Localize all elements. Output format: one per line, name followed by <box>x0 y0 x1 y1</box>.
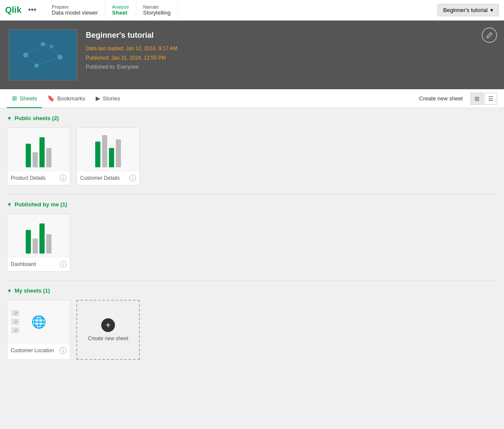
dashboard-name: Dashboard <box>11 261 36 267</box>
published-by-me-grid: Dashboard i <box>7 214 497 272</box>
bookmarks-icon: 🔖 <box>47 95 54 102</box>
published-date: Published: Jan 31, 2024, 12:55 PM <box>86 54 177 63</box>
public-sheets-header[interactable]: ▼ Public sheets (2) <box>7 115 497 121</box>
analyze-label: Analyze <box>112 4 129 9</box>
sheets-tab-label: Sheets <box>20 95 37 102</box>
bar3 <box>109 148 114 167</box>
customer-details-info-icon[interactable]: i <box>129 175 136 181</box>
bar1 <box>26 144 31 167</box>
grid-view-button[interactable]: ⊞ <box>471 93 483 105</box>
sheet-card-customer-details[interactable]: Customer Details i <box>76 127 140 185</box>
bookmarks-tab-label: Bookmarks <box>57 95 85 102</box>
customer-location-name: Customer Location <box>11 347 54 353</box>
dashboard-info-icon[interactable]: i <box>60 261 66 268</box>
bar2 <box>102 135 107 167</box>
drag-arrow-2: ↗ <box>12 319 19 325</box>
svg-line-8 <box>36 57 60 66</box>
nav-dots[interactable]: ••• <box>28 6 36 15</box>
drag-handles: ↗ ↗ ↗ <box>12 310 19 333</box>
bar4 <box>46 148 51 167</box>
public-sheets-chevron: ▼ <box>7 115 12 121</box>
app-meta: Data last loaded: Jan 12, 2016, 9:17 AM … <box>86 44 177 72</box>
prepare-label: Prepare <box>52 4 98 9</box>
chevron-down-icon: ▾ <box>490 7 493 13</box>
published-by-me-chevron: ▼ <box>7 202 12 208</box>
published-to: Published to: Everyone <box>86 63 177 72</box>
sheets-icon: ⊞ <box>12 95 17 102</box>
sheets-content: ▼ Public sheets (2) Product Details i <box>0 108 504 375</box>
svg-line-7 <box>26 55 36 66</box>
qlik-logo[interactable]: Qlik <box>5 5 21 15</box>
bar4 <box>46 234 51 254</box>
customer-details-label-row: Customer Details i <box>77 171 139 185</box>
product-details-info-icon[interactable]: i <box>60 175 66 181</box>
nav-analyze[interactable]: Analyze Sheet <box>105 0 136 21</box>
drag-arrow-1: ↗ <box>12 310 19 316</box>
customer-location-label-row: Customer Location i <box>7 343 70 357</box>
edit-button[interactable] <box>482 27 497 43</box>
content-area: ⊞ Sheets 🔖 Bookmarks ▶ Stories Create ne… <box>0 89 504 375</box>
divider-1 <box>7 194 497 194</box>
prepare-sub: Data model viewer <box>52 9 98 16</box>
bar3 <box>39 137 45 167</box>
plus-circle-icon: + <box>101 318 115 332</box>
divider-2 <box>7 280 497 281</box>
public-sheets-title: Public sheets (2) <box>15 115 59 121</box>
published-by-me-title: Published by me (1) <box>15 201 67 208</box>
create-sheet-top-button[interactable]: Create new sheet <box>415 93 467 104</box>
stories-icon: ▶ <box>96 95 100 102</box>
sheet-card-dashboard[interactable]: Dashboard i <box>7 214 70 272</box>
bar1 <box>95 142 100 167</box>
customer-details-thumbnail <box>77 128 139 171</box>
list-view-button[interactable]: ☰ <box>484 93 497 105</box>
product-details-thumbnail <box>7 128 70 171</box>
analyze-sub: Sheet <box>112 9 129 16</box>
nav-narrate[interactable]: Narrate Storytelling <box>136 0 178 21</box>
customer-location-thumbnail: ↗ ↗ ↗ 🌐 <box>7 300 70 343</box>
customer-location-info-icon[interactable]: i <box>60 347 66 354</box>
create-new-sheet-label: Create new sheet <box>88 335 128 341</box>
bar2 <box>33 239 38 254</box>
dashboard-label-row: Dashboard i <box>7 257 70 271</box>
top-nav: Qlik ••• Prepare Data model viewer Analy… <box>0 0 504 21</box>
tutorial-button[interactable]: Beginner's tutorial ▾ <box>438 4 499 16</box>
narrate-label: Narrate <box>143 4 171 9</box>
dashboard-thumbnail <box>7 214 70 257</box>
app-title: Beginner's tutorial <box>86 31 177 40</box>
qlik-logo-text: Qlik <box>5 5 21 15</box>
app-header: Beginner's tutorial Data last loaded: Ja… <box>0 21 504 89</box>
sheet-card-customer-location[interactable]: ↗ ↗ ↗ 🌐 Customer Location i <box>7 300 70 360</box>
tab-bookmarks[interactable]: 🔖 Bookmarks <box>42 89 90 108</box>
svg-line-5 <box>26 44 43 55</box>
bar2 <box>33 152 38 167</box>
sheet-card-product-details[interactable]: Product Details i <box>7 127 70 185</box>
tabs-row: ⊞ Sheets 🔖 Bookmarks ▶ Stories Create ne… <box>0 89 504 108</box>
globe-icon: 🌐 <box>31 315 46 329</box>
tab-stories[interactable]: ▶ Stories <box>91 89 125 108</box>
stories-tab-label: Stories <box>103 95 120 102</box>
tutorial-label: Beginner's tutorial <box>443 7 488 13</box>
app-info: Beginner's tutorial Data last loaded: Ja… <box>86 29 177 72</box>
public-sheets-grid: Product Details i Customer Details i <box>7 127 497 185</box>
product-details-label-row: Product Details i <box>7 171 70 185</box>
tab-sheets[interactable]: ⊞ Sheets <box>7 89 42 108</box>
bar3 <box>39 224 45 254</box>
drag-arrow-3: ↗ <box>12 327 19 333</box>
narrate-sub: Storytelling <box>143 9 171 16</box>
bar4 <box>116 139 121 167</box>
data-loaded: Data last loaded: Jan 12, 2016, 9:17 AM <box>86 44 177 54</box>
my-sheets-grid: ↗ ↗ ↗ 🌐 Customer Location i + Create new… <box>7 300 497 360</box>
bar1 <box>26 230 31 254</box>
my-sheets-chevron: ▼ <box>7 288 12 294</box>
nav-prepare[interactable]: Prepare Data model viewer <box>45 0 106 21</box>
published-by-me-header[interactable]: ▼ Published by me (1) <box>7 201 497 208</box>
app-thumbnail <box>9 29 77 81</box>
product-details-name: Product Details <box>11 175 45 181</box>
customer-details-name: Customer Details <box>80 175 120 181</box>
view-toggle: ⊞ ☰ <box>471 93 497 105</box>
create-new-sheet-card[interactable]: + Create new sheet <box>76 300 140 360</box>
my-sheets-header[interactable]: ▼ My sheets (1) <box>7 287 497 294</box>
my-sheets-title: My sheets (1) <box>15 287 50 294</box>
